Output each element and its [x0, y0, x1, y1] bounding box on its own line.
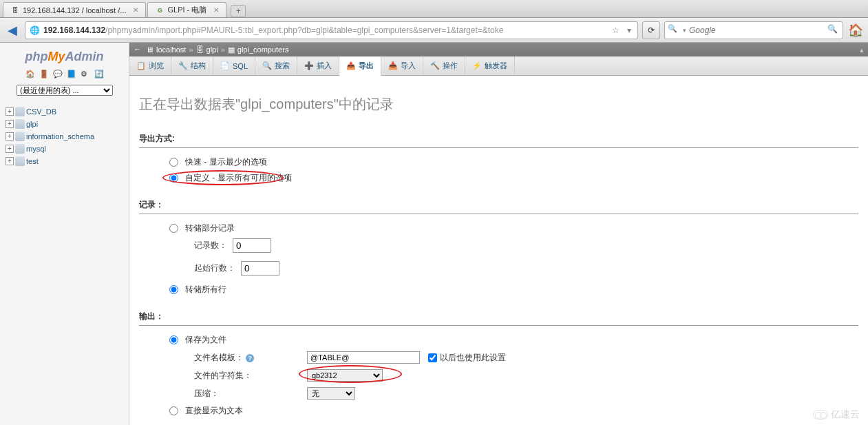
operations-icon: 🔨	[430, 61, 440, 71]
export-form: 正在导出数据表"glpi_computers"中的记录 导出方式: 快速 - 显…	[129, 76, 868, 425]
radio-save-file[interactable]	[169, 335, 178, 344]
structure-icon: 🔧	[178, 61, 188, 71]
sidebar: phpMyAdmin 🏠 🚪 💬 📘 ⚙ 🔄 (最近使用的表) ... +CSV…	[0, 43, 129, 425]
filename-template-input[interactable]	[307, 351, 420, 364]
tab-insert[interactable]: ➕插入	[297, 56, 339, 75]
bc-back-icon[interactable]: ←	[134, 45, 143, 54]
tab-label: GLPI - 电脑	[167, 5, 207, 15]
home-icon[interactable]: 🏠	[25, 70, 35, 79]
browser-tab-strip: 🗄 192.168.144.132 / localhost /... ✕ G G…	[0, 0, 868, 18]
cloud-icon	[813, 410, 828, 419]
tab-structure[interactable]: 🔧结构	[171, 56, 213, 75]
expand-icon[interactable]: +	[6, 132, 14, 141]
refresh-button[interactable]: ⟳	[642, 21, 660, 39]
url-bar[interactable]: 🌐 192.168.144.132/phpmyadmin/import.php#…	[25, 21, 638, 39]
export-quick-row[interactable]: 快速 - 显示最少的选项	[169, 156, 858, 168]
db-item-mysql[interactable]: +mysql	[3, 143, 126, 155]
tab-search[interactable]: 🔍搜索	[255, 56, 297, 75]
db-icon	[15, 132, 25, 141]
db-icon: 🗄	[196, 45, 204, 54]
recent-tables-select[interactable]: (最近使用的表) ...	[17, 85, 113, 96]
dropdown-icon[interactable]: ▾	[624, 25, 635, 36]
dump-some-row[interactable]: 转储部分记录	[169, 222, 858, 234]
query-icon[interactable]: 💬	[53, 70, 63, 79]
tab-import[interactable]: 📥导入	[381, 56, 423, 75]
bc-table[interactable]: glpi_computers	[237, 45, 289, 54]
radio-quick[interactable]	[169, 158, 178, 167]
collapse-icon[interactable]: ▴	[860, 45, 864, 54]
export-custom-row[interactable]: 自定义 - 显示所有可用的选项	[169, 172, 858, 184]
radio-view-text[interactable]	[169, 406, 178, 415]
watermark: 亿速云	[813, 408, 860, 421]
db-icon	[15, 107, 25, 116]
db-item-infoschema[interactable]: +information_schema	[3, 130, 126, 143]
db-item-test[interactable]: +test	[3, 155, 126, 167]
reload-icon[interactable]: 🔄	[94, 70, 104, 79]
compression-label: 压缩：	[194, 388, 307, 400]
help-icon[interactable]: ?	[246, 354, 254, 362]
expand-icon[interactable]: +	[6, 157, 14, 165]
close-icon[interactable]: ✕	[213, 6, 219, 14]
browser-tab-glpi[interactable]: G GLPI - 电脑 ✕	[147, 2, 226, 17]
num-rows-label: 记录数：	[194, 240, 227, 251]
table-icon: ▦	[228, 45, 235, 54]
browser-tab-pma[interactable]: 🗄 192.168.144.132 / localhost /... ✕	[3, 2, 146, 17]
save-to-file-row[interactable]: 保存为文件	[169, 334, 858, 346]
expand-icon[interactable]: +	[6, 107, 14, 116]
browser-search[interactable]: 🔍 ▾ 🔍	[664, 21, 843, 39]
radio-custom[interactable]	[169, 174, 178, 183]
expand-icon[interactable]: +	[6, 145, 14, 153]
pma-logo[interactable]: phpMyAdmin	[3, 45, 126, 67]
tab-sql[interactable]: 📄SQL	[213, 56, 255, 75]
star-icon[interactable]: ☆	[610, 25, 621, 36]
docs-icon[interactable]: 📘	[67, 70, 76, 79]
view-as-text-row[interactable]: 直接显示为文本	[169, 405, 858, 417]
num-rows-input[interactable]	[233, 238, 271, 253]
label-view-text: 直接显示为文本	[185, 405, 243, 417]
radio-dump-all[interactable]	[169, 285, 178, 294]
sql-icon: 📄	[220, 61, 230, 71]
radio-dump-some[interactable]	[169, 224, 178, 233]
dump-all-row[interactable]: 转储所有行	[169, 284, 858, 296]
tab-export[interactable]: 📤导出	[339, 56, 381, 76]
logout-icon[interactable]: 🚪	[39, 70, 49, 79]
quick-links: 🏠 🚪 💬 📘 ⚙ 🔄	[3, 67, 126, 82]
settings-icon[interactable]: ⚙	[81, 70, 90, 79]
glpi-favicon: G	[155, 6, 165, 15]
home-button[interactable]: 🏠	[847, 22, 864, 39]
charset-label: 文件的字符集：	[194, 370, 307, 382]
search-icon: 🔍	[262, 61, 272, 71]
bc-server[interactable]: localhost	[156, 45, 186, 54]
search-go-icon[interactable]: 🔍	[827, 24, 840, 37]
db-item-csvdb[interactable]: +CSV_DB	[3, 105, 126, 118]
browse-icon: 📋	[136, 61, 146, 71]
db-icon	[15, 156, 25, 166]
expand-icon[interactable]: +	[6, 120, 14, 128]
db-icon	[15, 119, 25, 129]
new-tab-button[interactable]: +	[231, 5, 246, 17]
export-method-heading: 导出方式:	[139, 133, 858, 148]
tab-operations[interactable]: 🔨操作	[423, 56, 465, 75]
identity-icon[interactable]: 🌐	[28, 24, 41, 37]
bc-db[interactable]: glpi	[207, 45, 218, 54]
search-input[interactable]	[689, 25, 825, 35]
start-row-input[interactable]	[241, 261, 279, 276]
charset-select[interactable]: gb2312	[307, 369, 383, 382]
label-dump-all: 转储所有行	[185, 284, 226, 296]
compression-select[interactable]: 无	[307, 387, 355, 400]
use-future-checkbox[interactable]	[428, 353, 437, 362]
db-item-glpi[interactable]: +glpi	[3, 118, 126, 130]
label-quick: 快速 - 显示最少的选项	[185, 156, 267, 168]
rows-heading: 记录：	[139, 199, 858, 214]
database-list: +CSV_DB +glpi +information_schema +mysql…	[3, 105, 126, 167]
tab-browse[interactable]: 📋浏览	[129, 56, 171, 75]
filename-template-label: 文件名模板： ?	[194, 352, 307, 364]
use-future-label[interactable]: 以后也使用此设置	[428, 352, 506, 364]
tab-triggers[interactable]: ⚡触发器	[465, 56, 515, 75]
close-icon[interactable]: ✕	[133, 6, 138, 14]
search-engine-dropdown[interactable]: ▾	[683, 27, 686, 34]
label-custom: 自定义 - 显示所有可用的选项	[185, 172, 292, 184]
tab-label: 192.168.144.132 / localhost /...	[23, 6, 126, 14]
back-button[interactable]: ◀	[4, 22, 21, 39]
import-icon: 📥	[388, 61, 398, 71]
